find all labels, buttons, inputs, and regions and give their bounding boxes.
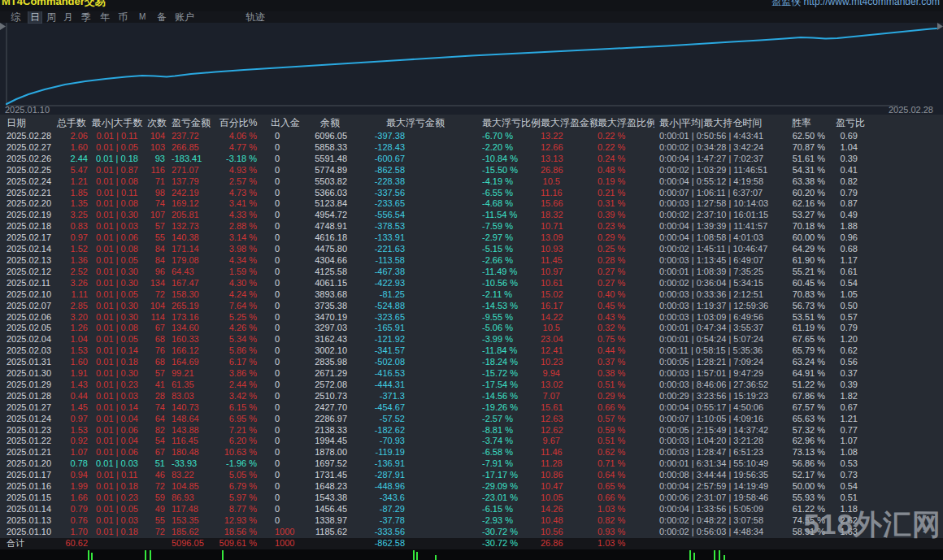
table-cell: -182.62 (351, 425, 480, 436)
table-row[interactable]: 2025.02.122.520.01 | 0.309664.431.59 %04… (0, 267, 943, 278)
table-cell: 0:00:02 | 0:56:03 | 4:48:34 (654, 527, 776, 538)
table-row[interactable]: 2025.01.211.070.01 | 0.0667180.4810.63 %… (0, 447, 943, 458)
table-row[interactable]: 2025.02.241.210.01 | 0.0871137.792.57 %0… (0, 176, 943, 188)
table-row[interactable]: 2025.02.193.250.01 | 0.30107205.814.33 %… (0, 210, 943, 221)
table-cell: 140.73 (167, 402, 215, 414)
table-cell: 0.01 | 0.11 (88, 188, 146, 199)
menu-item-季[interactable]: 季 (81, 11, 91, 23)
menu-item-币[interactable]: 币 (118, 11, 128, 23)
table-cell (874, 391, 943, 402)
table-cell: 0.51 % (598, 436, 654, 447)
table-row[interactable]: 2025.02.282.060.01 | 0.11104237.724.06 %… (0, 131, 943, 142)
table-cell: 0.24 % (598, 154, 654, 165)
table-cell: 1.88 (827, 221, 874, 232)
menu-item-周[interactable]: 周 (46, 11, 56, 23)
table-row[interactable]: 2025.01.311.600.01 | 0.1868164.696.17 %0… (0, 357, 943, 368)
table-cell: 140.38 (167, 232, 215, 244)
menu-item-日[interactable]: 日 (28, 11, 41, 23)
table-cell: 67 (146, 323, 167, 334)
table-cell: 0 (262, 188, 309, 199)
table-row[interactable]: 2025.01.170.940.01 | 0.114683.225.05 %01… (0, 470, 943, 481)
equity-chart[interactable]: 2025.01.10 2025.02.28 (0, 23, 943, 115)
table-cell (874, 301, 943, 312)
table-cell: 0.49 (827, 210, 874, 221)
table-row[interactable]: 2025.02.170.970.01 | 0.0655140.383.14 %0… (0, 232, 943, 244)
table-row[interactable]: 2025.01.200.780.01 | 0.0351-33.93-1.96 %… (0, 458, 943, 470)
table-cell: 5503.82 (309, 176, 351, 188)
table-row[interactable]: 2025.02.271.600.01 | 0.05103266.854.77 %… (0, 142, 943, 154)
table-cell: 68 (146, 334, 167, 345)
table-cell: 0.56 (827, 357, 874, 368)
table-row[interactable]: 2025.01.291.430.01 | 0.234161.352.44 %02… (0, 380, 943, 391)
table-row[interactable]: 2025.01.161.990.01 | 0.1872104.856.79 %0… (0, 481, 943, 493)
table-cell: 2.85 (55, 301, 88, 312)
table-cell: 3470.19 (309, 312, 351, 323)
table-row[interactable]: 2025.02.201.350.01 | 0.0874169.123.41 %0… (0, 198, 943, 210)
table-row[interactable]: 2025.02.113.260.01 | 0.30134167.474.30 %… (0, 278, 943, 289)
table-cell: 0.27 % (598, 267, 654, 278)
total-cell: -862.58 (351, 538, 480, 549)
table-row[interactable]: 2025.01.220.920.01 | 0.0454116.456.20 %0… (0, 436, 943, 447)
table-cell: 1.99 (55, 481, 88, 493)
table-row[interactable]: 2025.02.141.520.01 | 0.0884171.143.98 %0… (0, 244, 943, 255)
table-row[interactable]: 2025.01.151.660.01 | 0.235986.935.97 %01… (0, 493, 943, 504)
menu-item-账户[interactable]: 账户 (175, 11, 194, 23)
vendor-link[interactable]: 盈监侠 http://www.mt4commander.com (771, 0, 940, 9)
menu-item-年[interactable]: 年 (100, 11, 110, 23)
table-row[interactable]: 2025.02.180.830.01 | 0.0357132.732.88 %0… (0, 221, 943, 232)
table-cell: 0 (262, 447, 309, 458)
table-cell: 64 (146, 414, 167, 425)
table-cell: 98 (146, 188, 167, 199)
table-cell: 0.37 (827, 368, 874, 380)
table-row[interactable]: 2025.02.262.440.01 | 0.1893-183.41-3.18 … (0, 154, 943, 165)
menu-item-M[interactable]: M (139, 11, 146, 23)
table-cell: 0.01 | 0.23 (88, 380, 146, 391)
table-row[interactable]: 2025.02.255.470.01 | 0.87116271.074.93 %… (0, 165, 943, 176)
total-cell: -30.72 % (480, 538, 541, 549)
table-cell: 3002.10 (309, 345, 351, 357)
table-cell: 0.57 % (598, 414, 654, 425)
table-row[interactable]: 2025.01.130.760.01 | 0.0355153.3512.93 %… (0, 515, 943, 527)
table-row[interactable]: 2025.01.280.440.01 | 0.032883.033.42 %02… (0, 391, 943, 402)
table-row[interactable]: 2025.01.301.910.01 | 0.305799.213.86 %02… (0, 368, 943, 380)
table-row[interactable]: 2025.01.271.450.01 | 0.1474140.736.15 %0… (0, 402, 943, 414)
table-cell: 0 (262, 198, 309, 210)
table-cell: -7.59 % (480, 221, 541, 232)
table-row[interactable]: 2025.02.031.530.01 | 0.1476166.125.86 %0… (0, 345, 943, 357)
table-row[interactable]: 2025.02.063.200.01 | 0.30114173.165.25 %… (0, 312, 943, 323)
table-cell: 0:00:03 | 1:28:47 | 6:51:23 (654, 447, 776, 458)
table-cell: 0.27 % (598, 278, 654, 289)
table-cell: 0:00:03 | 1:04:20 | 3:21:28 (654, 436, 776, 447)
table-cell: 64.91 % (776, 368, 827, 380)
table-row[interactable]: 2025.02.101.110.01 | 0.0572158.304.24 %0… (0, 289, 943, 301)
table-row[interactable]: 2025.01.231.530.01 | 0.0682143.887.21 %0… (0, 425, 943, 436)
table-row[interactable]: 2025.02.041.040.01 | 0.0568160.335.34 %0… (0, 334, 943, 345)
table-row[interactable]: 2025.01.140.790.01 | 0.0549117.488.77 %0… (0, 504, 943, 515)
menu-item-综[interactable]: 综 (11, 11, 20, 23)
table-cell: 0.54 (827, 481, 874, 493)
table-cell: 0.01 | 0.05 (88, 334, 146, 345)
table-row[interactable]: 2025.02.131.360.01 | 0.0584179.084.34 %0… (0, 255, 943, 267)
table-cell: 2286.97 (309, 414, 351, 425)
table-row[interactable]: 2025.01.240.970.01 | 0.0464148.646.95 %0… (0, 414, 943, 425)
menu-item-月[interactable]: 月 (63, 11, 73, 23)
table-cell: 65.79 % (776, 345, 827, 357)
table-row[interactable]: 2025.02.211.850.01 | 0.1198242.194.73 %0… (0, 188, 943, 199)
table-row[interactable]: 2025.02.051.260.01 | 0.0867134.604.26 %0… (0, 323, 943, 334)
table-cell: -2.20 % (480, 142, 541, 154)
table-cell: 1.04 (55, 334, 88, 345)
column-header-6: 出入金 (262, 115, 309, 131)
menu-item-备[interactable]: 备 (157, 11, 167, 23)
total-cell: 5096.05 (167, 538, 215, 549)
table-row[interactable]: 2025.02.072.850.01 | 0.30104265.197.64 %… (0, 301, 943, 312)
table-cell: 4304.66 (309, 255, 351, 267)
table-cell: 2025.01.13 (0, 515, 55, 527)
table-cell: -14.53 % (480, 301, 541, 312)
table-row[interactable]: 2025.01.101.700.01 | 0.1872185.6218.56 %… (0, 527, 943, 538)
table-cell: -371.3 (351, 391, 480, 402)
menu-item-轨迹[interactable]: 轨迹 (246, 11, 265, 23)
table-cell: 1.70 (55, 527, 88, 538)
table-cell: 57 (146, 368, 167, 380)
table-cell: 4954.72 (309, 210, 351, 221)
table-cell: 0.76 (55, 515, 88, 527)
